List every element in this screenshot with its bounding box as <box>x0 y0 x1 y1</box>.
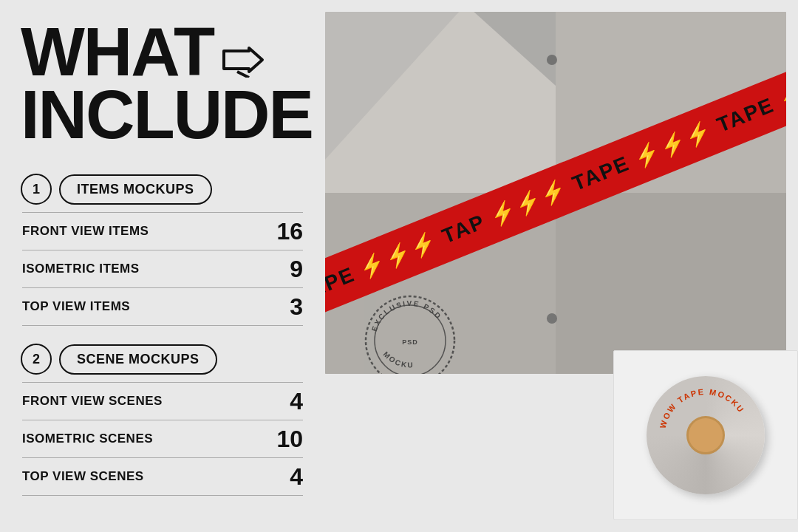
item-name: ISOMETRIC ITEMS <box>22 262 140 276</box>
table-row: TOP VIEW SCENES 4 <box>22 458 303 496</box>
title-word2: INCLUDE <box>21 83 303 146</box>
category-2: 2 SCENE MOCKUPS FRONT VIEW SCENES 4 ISOM… <box>21 332 303 496</box>
category-2-label: SCENE MOCKUPS <box>59 344 217 375</box>
category-1-number: 1 <box>21 174 52 205</box>
right-panel: ⚡⚡⚡ TAPE ⚡⚡⚡ TAP ⚡⚡⚡ TAPE ⚡⚡⚡ TAPE ⚡⚡⚡ T… <box>325 0 798 532</box>
category-2-header: 2 SCENE MOCKUPS <box>21 344 303 375</box>
item-name: TOP VIEW ITEMS <box>22 299 130 314</box>
category-1-label: ITEMS MOCKUPS <box>59 174 212 205</box>
svg-text:PSD: PSD <box>402 338 418 346</box>
svg-text:MOCKU: MOCKU <box>382 350 415 369</box>
svg-marker-7 <box>556 193 786 374</box>
item-count: 10 <box>276 427 303 451</box>
page-layout: WHAT INCLUDE 1 ITEMS MOCKUPS FRONT VIEW … <box>0 0 798 532</box>
category-1-header: 1 ITEMS MOCKUPS <box>21 174 303 205</box>
svg-text:EXCLUSIVE PSD: EXCLUSIVE PSD <box>370 299 443 332</box>
table-row: TOP VIEW ITEMS 3 <box>22 288 303 326</box>
small-mockup-image: WOW TAPE MOCKU <box>613 350 798 520</box>
svg-point-9 <box>547 55 557 65</box>
main-mockup-image: ⚡⚡⚡ TAPE ⚡⚡⚡ TAP ⚡⚡⚡ TAPE ⚡⚡⚡ TAPE ⚡⚡⚡ T… <box>325 12 786 374</box>
item-name: FRONT VIEW ITEMS <box>22 224 149 239</box>
item-name: TOP VIEW SCENES <box>22 469 144 484</box>
svg-text:WOW TAPE MOCKU: WOW TAPE MOCKU <box>658 387 746 429</box>
item-count: 4 <box>290 389 303 413</box>
table-row: FRONT VIEW ITEMS 16 <box>22 212 303 250</box>
item-name: FRONT VIEW SCENES <box>22 394 163 409</box>
svg-point-10 <box>547 313 557 324</box>
category-2-items: FRONT VIEW SCENES 4 ISOMETRIC SCENES 10 … <box>22 382 303 496</box>
table-row: ISOMETRIC ITEMS 9 <box>22 250 303 288</box>
item-count: 4 <box>290 465 303 488</box>
category-1-items: FRONT VIEW ITEMS 16 ISOMETRIC ITEMS 9 TO… <box>22 212 303 326</box>
table-row: FRONT VIEW SCENES 4 <box>22 382 303 420</box>
stamp-svg: EXCLUSIVE PSD MOCKU PSD <box>362 293 458 374</box>
stamp-overlay: EXCLUSIVE PSD MOCKU PSD <box>362 293 458 374</box>
title-word1: WHAT <box>21 21 214 83</box>
item-count: 9 <box>290 257 303 281</box>
item-name: ISOMETRIC SCENES <box>22 432 153 446</box>
item-count: 3 <box>290 295 303 318</box>
table-row: ISOMETRIC SCENES 10 <box>22 420 303 458</box>
tape-roll: WOW TAPE MOCKU <box>632 365 780 505</box>
category-2-number: 2 <box>21 344 52 375</box>
category-1: 1 ITEMS MOCKUPS FRONT VIEW ITEMS 16 ISOM… <box>21 162 303 326</box>
left-panel: WHAT INCLUDE 1 ITEMS MOCKUPS FRONT VIEW … <box>0 0 325 532</box>
main-title: WHAT INCLUDE <box>21 21 303 146</box>
tape-roll-label: WOW TAPE MOCKU <box>643 372 768 498</box>
arrow-icon <box>221 45 265 78</box>
item-count: 16 <box>276 219 303 243</box>
